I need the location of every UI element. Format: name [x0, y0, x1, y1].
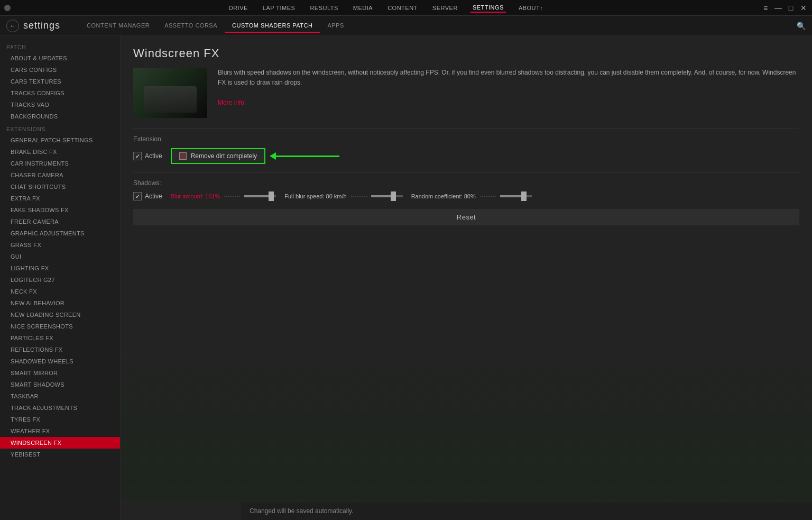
blur-amount-container: Blur amount: 161%: [171, 193, 276, 199]
dot: [359, 196, 361, 197]
dot: [235, 196, 236, 197]
sidebar-item-tyres-fx[interactable]: TYRES FX: [0, 414, 120, 425]
dot: [233, 196, 234, 197]
blur-slider-thumb[interactable]: [269, 191, 274, 201]
sidebar-item-cars-textures[interactable]: CARS TEXTURES: [0, 76, 120, 87]
sidebar-item-freer-camera[interactable]: FREER CAMERA: [0, 216, 120, 227]
dot: [480, 196, 481, 197]
sidebar-item-windscreen-fx[interactable]: WINDSCREEN FX: [0, 437, 120, 449]
sidebar-item-nice-screenshots[interactable]: NICE SCREENSHOTS: [0, 321, 120, 332]
maximize-button[interactable]: □: [787, 4, 795, 12]
shadows-settings-row: Active Blur amount: 161%: [133, 192, 799, 200]
remove-dirt-label: Remove dirt completely: [191, 152, 257, 160]
sidebar-item-gui[interactable]: GUI: [0, 251, 120, 262]
dot: [353, 196, 354, 197]
arrow-head-icon: [270, 152, 276, 160]
nav-server[interactable]: SERVER: [430, 4, 460, 12]
sidebar-item-chaser-camera[interactable]: CHASER CAMERA: [0, 169, 120, 181]
dot: [488, 196, 490, 197]
reset-button[interactable]: Reset: [133, 209, 799, 225]
extension-section-label: Extension:: [133, 135, 799, 143]
random-coeff-slider-fill: [500, 195, 522, 197]
tab-content-manager[interactable]: CONTENT MANAGER: [79, 19, 157, 33]
minimize-button[interactable]: —: [774, 4, 782, 12]
shadows-active-checkbox[interactable]: [133, 192, 142, 200]
sidebar-item-backgrounds[interactable]: BACKGROUNDS: [0, 111, 120, 122]
sidebar-item-about[interactable]: ABOUT & UPDATES: [0, 52, 120, 64]
sidebar-item-cars-configs[interactable]: CARS CONFIGS: [0, 64, 120, 76]
sidebar-item-brake-disc-fx[interactable]: BRAKE DISC FX: [0, 146, 120, 158]
sidebar-item-track-adjustments[interactable]: TRACK ADJUSTMENTS: [0, 402, 120, 414]
sub-tabs: CONTENT MANAGER ASSETTO CORSA CUSTOM SHA…: [79, 19, 352, 33]
sidebar-item-new-loading[interactable]: NEW LOADING SCREEN: [0, 309, 120, 321]
nav-about[interactable]: ABOUT↑: [516, 4, 545, 12]
dot: [366, 196, 367, 197]
arrow-line: [276, 156, 339, 157]
random-coeff-label: Random coefficient: 80%: [411, 193, 476, 199]
full-blur-container: Full blur speed: 80 km/h: [284, 193, 402, 199]
close-button[interactable]: ✕: [799, 4, 808, 12]
preview-image: [133, 68, 207, 118]
extensions-section-label: Extensions: [0, 122, 120, 134]
sidebar-item-smart-shadows[interactable]: SMART SHADOWS: [0, 379, 120, 390]
nav-media[interactable]: MEDIA: [351, 4, 375, 12]
sidebar-item-taskbar[interactable]: TASKBAR: [0, 390, 120, 402]
sidebar-item-logitech-g27[interactable]: LOGITECH G27: [0, 274, 120, 286]
full-blur-slider-thumb[interactable]: [391, 191, 396, 201]
search-icon[interactable]: 🔍: [797, 22, 806, 30]
app-header: ← settings CONTENT MANAGER ASSETTO CORSA…: [0, 16, 812, 36]
reset-btn-row: Reset: [133, 209, 799, 225]
annotation-arrow: [270, 152, 339, 160]
nav-drive[interactable]: DRIVE: [227, 4, 250, 12]
extension-active-checkbox[interactable]: [133, 152, 142, 160]
divider-1: [133, 129, 799, 129]
sidebar-item-lighting-fx[interactable]: LIGHTING FX: [0, 262, 120, 274]
dot: [495, 196, 496, 197]
sidebar-item-graphic-adjustments[interactable]: GRAPHIC ADJUSTMENTS: [0, 227, 120, 239]
sidebar-item-neck-fx[interactable]: NECK FX: [0, 286, 120, 297]
dot: [364, 196, 365, 197]
nav-menu: DRIVE LAP TIMES RESULTS MEDIA CONTENT SE…: [11, 3, 761, 13]
sidebar-item-tracks-vao[interactable]: TRACKS VAO: [0, 99, 120, 111]
random-coeff-slider-track[interactable]: [500, 195, 532, 197]
main-layout: Patch ABOUT & UPDATES CARS CONFIGS CARS …: [0, 36, 812, 520]
tab-custom-shaders-patch[interactable]: CUSTOM SHADERS PATCH: [225, 19, 320, 33]
dot: [486, 196, 487, 197]
sidebar-item-extra-fx[interactable]: EXTRA FX: [0, 193, 120, 204]
random-coeff-slider-thumb[interactable]: [521, 191, 527, 201]
back-button[interactable]: ←: [6, 20, 19, 32]
full-blur-slider-track[interactable]: [371, 195, 403, 197]
tab-assetto-corsa[interactable]: ASSETTO CORSA: [157, 19, 225, 33]
sidebar-item-weather-fx[interactable]: WEATHER FX: [0, 425, 120, 437]
sidebar-item-chat-shortcuts[interactable]: CHAT SHORTCUTS: [0, 181, 120, 193]
sidebar-item-yebisest[interactable]: YEBISEST: [0, 449, 120, 460]
sidebar-item-smart-mirror[interactable]: SMART MIRROR: [0, 367, 120, 379]
blur-slider-fill: [244, 195, 270, 197]
full-blur-slider-fill: [371, 195, 392, 197]
nav-results[interactable]: RESULTS: [308, 4, 340, 12]
nav-content[interactable]: CONTENT: [385, 4, 420, 12]
sidebar-item-tracks-configs[interactable]: TRACKS CONFIGS: [0, 87, 120, 99]
menu-icon[interactable]: ≡: [761, 4, 770, 12]
patch-section-label: Patch: [0, 40, 120, 52]
blur-slider-track[interactable]: [244, 195, 276, 197]
sidebar-item-grass-fx[interactable]: GRASS FX: [0, 239, 120, 251]
sidebar-item-reflections-fx[interactable]: REFLECTIONS FX: [0, 344, 120, 355]
sidebar-item-particles-fx[interactable]: PARTICLES FX: [0, 332, 120, 344]
more-info-link[interactable]: More info.: [218, 99, 246, 106]
sidebar-item-shadowed-wheels[interactable]: SHADOWED WHEELS: [0, 355, 120, 367]
sidebar-item-fake-shadows-fx[interactable]: FAKE SHADOWS FX: [0, 204, 120, 216]
random-coeff-dots: [480, 196, 496, 197]
title-bar-controls: ≡ — □ ✕: [761, 4, 808, 12]
remove-dirt-button[interactable]: Remove dirt completely: [171, 148, 265, 164]
tab-apps[interactable]: APPS: [320, 19, 351, 33]
dot: [351, 196, 352, 197]
random-coeff-container: Random coefficient: 80%: [411, 193, 532, 199]
sidebar-item-car-instruments[interactable]: CAR INSTRUMENTS: [0, 158, 120, 169]
app-logo: ← settings: [6, 20, 60, 32]
sidebar-item-general-patch[interactable]: GENERAL PATCH SETTINGS: [0, 134, 120, 146]
nav-settings[interactable]: SETTINGS: [470, 3, 506, 13]
dot: [230, 196, 232, 197]
sidebar-item-new-ai[interactable]: NEW AI BEHAVIOR: [0, 297, 120, 309]
nav-lap-times[interactable]: LAP TIMES: [261, 4, 298, 12]
